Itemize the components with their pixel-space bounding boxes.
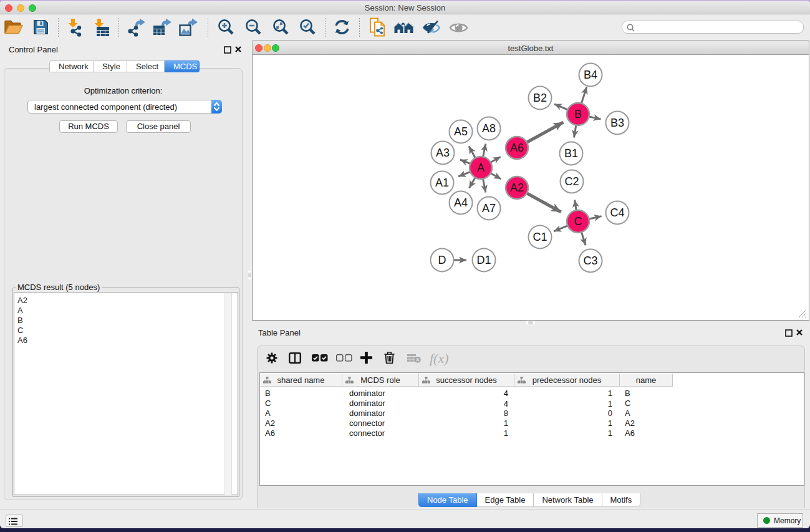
svg-text:B4: B4	[584, 69, 597, 81]
svg-text:C1: C1	[533, 231, 547, 243]
svg-text:B: B	[574, 108, 582, 120]
svg-text:C4: C4	[610, 206, 624, 219]
svg-text:B1: B1	[564, 147, 578, 160]
svg-text:A2: A2	[510, 181, 524, 194]
svg-text:B3: B3	[610, 117, 624, 129]
svg-text:A5: A5	[454, 125, 468, 138]
svg-text:A1: A1	[435, 177, 449, 189]
svg-text:A7: A7	[482, 202, 496, 215]
svg-text:C3: C3	[583, 254, 597, 267]
svg-text:A4: A4	[454, 196, 468, 209]
svg-text:A6: A6	[510, 142, 524, 154]
svg-text:C: C	[574, 215, 582, 228]
svg-text:C2: C2	[564, 175, 579, 188]
svg-text:A: A	[477, 162, 485, 174]
svg-text:A8: A8	[482, 122, 496, 135]
svg-text:D: D	[438, 254, 446, 266]
svg-text:D1: D1	[476, 254, 491, 266]
svg-text:A3: A3	[436, 147, 450, 159]
svg-text:B2: B2	[533, 92, 547, 104]
